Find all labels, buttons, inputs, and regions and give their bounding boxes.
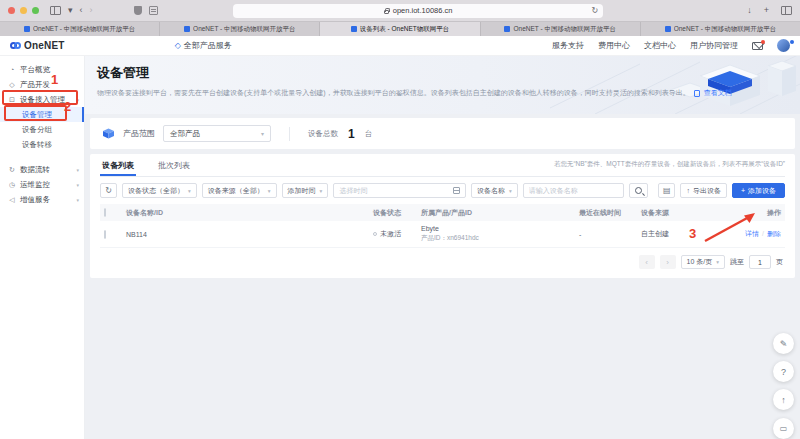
- sidebar-item-data-flow[interactable]: ↻ 数据流转 ▾: [0, 162, 84, 177]
- tab-device-list[interactable]: 设备列表: [100, 156, 136, 176]
- panel-button[interactable]: ▭: [773, 418, 794, 439]
- main-content: 设备管理 物理设备要连接到平台，需要先在平台创建设备(支持单个或批量导入创建)，…: [85, 56, 800, 439]
- table-header: 设备名称/ID 设备状态 所属产品/产品ID 最近在线时间 设备来源 操作: [100, 204, 785, 221]
- search-button[interactable]: [629, 183, 649, 198]
- nav-user-management[interactable]: 用户协同管理: [690, 40, 738, 51]
- sidebar-caret-icon[interactable]: ▾: [68, 6, 73, 15]
- device-status-select[interactable]: 设备状态（全部） ▾: [122, 183, 197, 198]
- jump-page-input[interactable]: [749, 255, 771, 269]
- overview-icon: ◔: [8, 66, 16, 73]
- all-products-menu[interactable]: ◇ 全部产品服务: [175, 40, 232, 51]
- status-inactive-icon: [373, 232, 377, 236]
- export-devices-button[interactable]: ↑ 导出设备: [680, 183, 727, 198]
- jump-label: 跳至: [730, 257, 744, 267]
- sidebar-item-device-transfer[interactable]: 设备转移: [0, 137, 84, 152]
- product-id: 产品ID：xn6941hdc: [421, 234, 579, 243]
- calendar-icon: [453, 187, 460, 194]
- refresh-page-icon[interactable]: ↻: [591, 6, 598, 15]
- nav-cost-center[interactable]: 费用中心: [598, 40, 630, 51]
- new-tab-button[interactable]: +: [764, 6, 769, 15]
- header-nav: 服务支持 费用中心 文档中心 用户协同管理: [552, 39, 790, 52]
- browser-tab-3-active[interactable]: 设备列表 - OneNET物联网平台: [320, 22, 480, 36]
- chevron-down-icon: ▾: [76, 167, 79, 173]
- last-online-cell: -: [579, 231, 641, 238]
- notice-text: 若您无“NB”套件、MQTT套件的存量设备，创建新设备后，列表不再展示“设备ID…: [554, 160, 785, 169]
- sidebar-item-platform-overview[interactable]: ◔ 平台概览: [0, 62, 84, 77]
- page-size-select[interactable]: 10 条/页 ▾: [681, 255, 725, 269]
- browser-toolbar: ▾ ‹ › open.iot.10086.cn ↻ ↓ +: [0, 0, 800, 22]
- mail-icon[interactable]: [752, 42, 763, 50]
- view-docs-link[interactable]: 查看文档: [704, 88, 732, 98]
- device-name-cell: NB114: [126, 231, 373, 238]
- forward-button[interactable]: ›: [90, 6, 93, 15]
- browser-tab-bar: OneNET - 中国移动物联网开放平台 OneNET - 中国移动物联网开放平…: [0, 22, 800, 36]
- row-checkbox[interactable]: [104, 230, 106, 239]
- refresh-list-button[interactable]: ↻: [100, 183, 117, 198]
- annotation-arrow: [697, 205, 761, 247]
- page-banner: 设备管理 物理设备要连接到平台，需要先在平台创建设备(支持单个或批量导入创建)，…: [85, 56, 800, 114]
- sidebar-item-ops-monitor[interactable]: ◷ 运维监控 ▾: [0, 177, 84, 192]
- browser-tab-1[interactable]: OneNET - 中国移动物联网开放平台: [0, 22, 160, 36]
- document-icon: [694, 90, 700, 97]
- sidebar-item-value-services[interactable]: ◁ 增值服务 ▾: [0, 192, 84, 207]
- select-all-checkbox[interactable]: [104, 208, 106, 217]
- device-source-select[interactable]: 设备来源（全部） ▾: [202, 183, 277, 198]
- time-range-input-wrap: [333, 183, 466, 198]
- tab-overview-icon[interactable]: [781, 6, 792, 15]
- annotation-box-2: [4, 105, 67, 121]
- traffic-lights: [8, 7, 39, 14]
- delete-link[interactable]: 删除: [767, 230, 781, 237]
- col-product: 所属产品/产品ID: [421, 208, 579, 218]
- product-cell: Ebyte 产品ID：xn6941hdc: [421, 225, 579, 243]
- device-name-input[interactable]: [529, 187, 618, 194]
- reader-view-icon[interactable]: [149, 6, 158, 15]
- time-range-input[interactable]: [339, 187, 449, 194]
- avatar[interactable]: [777, 39, 790, 52]
- sidebar-item-device-group[interactable]: 设备分组: [0, 122, 84, 137]
- chevron-down-icon: ▾: [261, 130, 264, 137]
- device-total-value: 1: [348, 127, 355, 141]
- zoom-window-button[interactable]: [32, 7, 39, 14]
- browser-tab-4[interactable]: OneNET - 中国移动物联网开放平台: [481, 22, 641, 36]
- arrow-up-icon: ↑: [781, 395, 786, 405]
- search-icon: [635, 187, 642, 194]
- chevron-down-icon: ▾: [268, 188, 271, 194]
- onenet-logo-icon: [10, 42, 21, 49]
- browser-tab-2[interactable]: OneNET - 中国移动物联网开放平台: [160, 22, 320, 36]
- annotation-number-2: 2: [64, 99, 71, 114]
- device-total-unit: 台: [365, 129, 373, 139]
- back-to-top-button[interactable]: ↑: [773, 389, 794, 410]
- address-bar[interactable]: open.iot.10086.cn ↻: [233, 4, 603, 18]
- browser-tab-5[interactable]: OneNET - 中国移动物联网开放平台: [641, 22, 800, 36]
- list-tabs: 设备列表 批次列表 若您无“NB”套件、MQTT套件的存量设备，创建新设备后，列…: [100, 154, 785, 177]
- nav-service-support[interactable]: 服务支持: [552, 40, 584, 51]
- product-box-icon: [102, 128, 115, 139]
- prev-page-button[interactable]: ‹: [639, 255, 655, 269]
- nav-doc-center[interactable]: 文档中心: [644, 40, 676, 51]
- name-field-select[interactable]: 设备名称 ▾: [471, 183, 518, 198]
- time-field-select[interactable]: 添加时间 ▾: [282, 183, 329, 198]
- device-total-label: 设备总数: [308, 129, 338, 139]
- chevron-down-icon: ▾: [320, 188, 323, 194]
- back-button[interactable]: ‹: [80, 6, 83, 15]
- col-last-online: 最近在线时间: [579, 208, 641, 218]
- close-window-button[interactable]: [8, 7, 15, 14]
- download-icon[interactable]: ↓: [747, 6, 752, 15]
- minimize-window-button[interactable]: [20, 7, 27, 14]
- chevron-down-icon: ▾: [509, 188, 512, 194]
- annotation-number-1: 1: [51, 72, 58, 87]
- feedback-button[interactable]: ✎: [773, 333, 794, 354]
- sidebar-toggle-icon[interactable]: [50, 6, 61, 15]
- product-scope-select[interactable]: 全部产品 ▾: [163, 125, 271, 142]
- chevron-down-icon: ▾: [188, 188, 191, 194]
- privacy-shield-icon[interactable]: [134, 6, 142, 15]
- chevron-down-icon: ▾: [76, 197, 79, 203]
- next-page-button[interactable]: ›: [660, 255, 676, 269]
- tab-batch-list[interactable]: 批次列表: [156, 156, 192, 176]
- add-device-button[interactable]: + 添加设备: [732, 183, 785, 198]
- help-button[interactable]: ?: [773, 361, 794, 382]
- column-settings-button[interactable]: ▤: [658, 183, 675, 198]
- page-unit: 页: [776, 257, 783, 267]
- onenet-logo[interactable]: OneNET: [10, 40, 65, 51]
- scope-label: 产品范围: [123, 128, 155, 139]
